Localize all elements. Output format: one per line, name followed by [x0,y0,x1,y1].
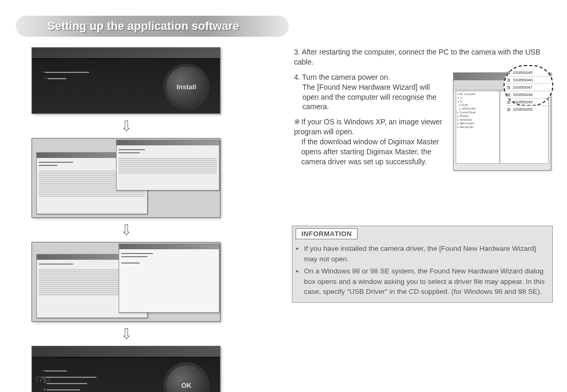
info-bullet-1: If you have installed the camera driver,… [304,243,547,264]
file-list-callout: SS850045 SS850046 SS850047 SS850048 SS85… [503,65,553,106]
page-number: 《76》 [32,375,55,385]
arrow-down-icon: ⇩ [32,119,220,134]
installer-figure-2: ▬▬▬▬▬▬▬▬▬▬▬▬▬▬▬▬▬▬▬▬ ▬▬▬▬▬▬▬▬▬▬▬▬▬▬▬▬▬▬ [32,138,220,218]
installer-figure-4: • ▬▬▬▬▬▬• ▬▬▬▬▬▬▬▬▬▬▬▬▬▬ ○ ▬▬▬▬▬▬▬▬▬▬▬ ●… [32,346,220,392]
arrow-down-icon: ⇩ [32,327,220,342]
installer-figure-1: • ▬▬▬▬▬▬▬▬▬▬▬▬ ○ ▬▬▬▬▬ Install [32,47,220,114]
explorer-thumbnail: ▸ My Computer ▸ C: ▸ D: ▸ DCIM ▸ 100SSCA… [453,72,551,171]
step-4-line2: The [Found New Hardware Wizard] will ope… [294,82,447,112]
step-4-line1: 4. Turn the camera power on. [294,72,447,82]
left-figure-column: • ▬▬▬▬▬▬▬▬▬▬▬▬ ○ ▬▬▬▬▬ Install ⇩ ▬▬▬▬▬▬▬… [32,47,220,392]
step-3: 3. After restarting the computer, connec… [294,47,551,67]
install-button-image: Install [163,63,209,110]
information-header: INFORMATION [296,228,358,239]
arrow-down-icon: ⇩ [32,223,220,238]
installer-figure-3: ▬▬▬▬▬▬▬▬▬▬▬▬▬ ▬▬▬▬▬▬▬▬▬▬▬▬▬▬▬▬▬▬▬▬▬▬▬▬▬▬… [32,242,220,322]
info-bullet-2: On a Windows 98 or 98 SE system, the Fou… [304,266,547,297]
ok-button-image: OK [163,362,209,392]
page-title: Setting up the application software [16,16,289,37]
note-line2: If the download window of Digimax Master… [294,137,447,167]
note-line1: ※If your OS is Windows XP, an image view… [294,117,447,137]
right-text-column: 3. After restarting the computer, connec… [294,47,551,176]
information-box: INFORMATION If you have installed the ca… [292,226,553,303]
